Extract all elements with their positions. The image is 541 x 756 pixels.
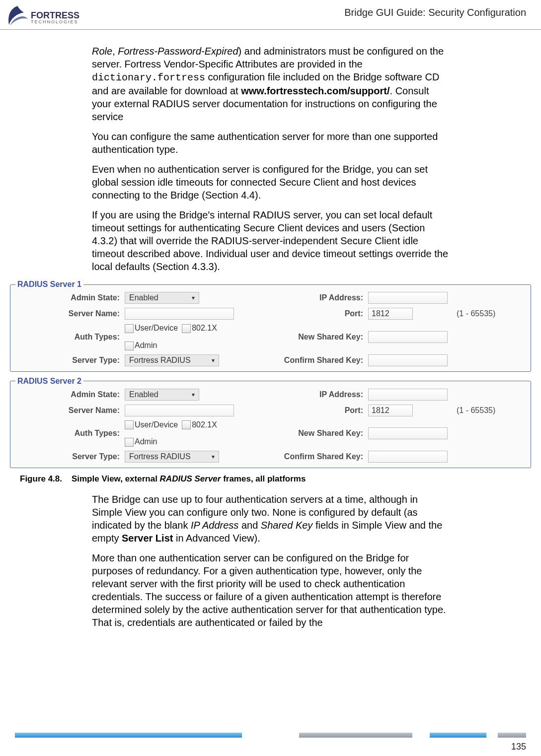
page-number: 135	[0, 742, 541, 752]
label-server-name: Server Name:	[15, 309, 125, 318]
server-type-select[interactable]: Fortress RADIUS ▾	[125, 451, 219, 463]
dropdown-arrow-icon: ▾	[212, 453, 215, 460]
figure-text: Simple View, external	[72, 474, 160, 483]
checkbox-8021x[interactable]	[182, 420, 191, 429]
label-port: Port:	[259, 406, 368, 415]
dropdown-arrow-icon: ▾	[212, 357, 215, 364]
cb-label: Admin	[135, 341, 157, 349]
figure-italic: RADIUS Server	[160, 474, 221, 483]
logo-main-text: FORTRESS	[31, 11, 79, 20]
label-admin-state: Admin State:	[15, 390, 125, 399]
checkbox-admin[interactable]	[125, 438, 134, 447]
label-ip-address: IP Address:	[259, 293, 368, 302]
checkbox-admin[interactable]	[125, 342, 134, 350]
label-confirm-shared-key: Confirm Shared Key:	[259, 452, 368, 461]
page-footer: 135	[0, 733, 541, 752]
port-hint: (1 - 65535)	[453, 406, 526, 415]
text: in Advanced View).	[173, 533, 260, 544]
footer-bar	[15, 733, 526, 738]
label-auth-types: Auth Types:	[15, 333, 125, 342]
server-type-value: Fortress RADIUS	[129, 356, 191, 365]
body-paragraph: You can configure the same authenticatio…	[92, 130, 449, 156]
label-server-name: Server Name:	[15, 406, 125, 415]
new-shared-key-input[interactable]	[368, 427, 448, 439]
cb-label: Admin	[135, 437, 157, 446]
body-paragraph: Role, Fortress-Password-Expired) and adm…	[92, 45, 449, 123]
radius-legend: RADIUS Server 1	[15, 280, 83, 289]
admin-state-select[interactable]: Enabled ▾	[125, 292, 199, 304]
figure-text: frames, all platforms	[221, 474, 306, 483]
logo: FORTRESS TECHNOLOGIES	[5, 5, 79, 30]
radius-server-1: RADIUS Server 1 Admin State: Enabled ▾ I…	[10, 280, 531, 372]
logo-sub-text: TECHNOLOGIES	[31, 20, 79, 24]
text-bold: Server List	[122, 533, 173, 544]
label-admin-state: Admin State:	[15, 293, 125, 302]
label-server-type: Server Type:	[15, 356, 125, 365]
server-type-select[interactable]: Fortress RADIUS ▾	[125, 354, 219, 366]
text: ,	[112, 46, 118, 57]
body-paragraph: The Bridge can use up to four authentica…	[92, 493, 449, 545]
label-confirm-shared-key: Confirm Shared Key:	[259, 356, 368, 365]
text-mono: dictionary.fortress	[92, 72, 205, 83]
checkbox-user-device[interactable]	[125, 324, 134, 333]
text-italic: IP Address	[191, 520, 238, 531]
admin-state-value: Enabled	[129, 390, 158, 399]
body-paragraph: More than one authentication server can …	[92, 551, 449, 629]
cb-label: 802.1X	[192, 324, 217, 332]
confirm-shared-key-input[interactable]	[368, 451, 448, 463]
label-port: Port:	[259, 309, 368, 318]
admin-state-select[interactable]: Enabled ▾	[125, 389, 199, 401]
label-new-shared-key: New Shared Key:	[259, 333, 368, 342]
label-auth-types: Auth Types:	[15, 429, 125, 438]
port-input[interactable]: 1812	[368, 308, 413, 320]
text-italic: Shared Key	[261, 520, 313, 531]
cb-label: User/Device	[135, 324, 178, 332]
label-server-type: Server Type:	[15, 452, 125, 461]
text-fpe: Fortress-Password-Expired	[118, 46, 238, 57]
text-url: www.fortresstech.com/support/	[241, 85, 389, 96]
figure-number: Figure 4.8.	[20, 474, 62, 483]
new-shared-key-input[interactable]	[368, 331, 448, 343]
server-type-value: Fortress RADIUS	[129, 452, 191, 461]
page-header: FORTRESS TECHNOLOGIES Bridge GUI Guide: …	[0, 0, 541, 30]
ip-address-input[interactable]	[368, 389, 448, 401]
body-paragraph: Even when no authentication server is co…	[92, 163, 449, 202]
label-new-shared-key: New Shared Key:	[259, 429, 368, 438]
body-paragraph: If you are using the Bridge's internal R…	[92, 208, 449, 273]
radius-server-2: RADIUS Server 2 Admin State: Enabled ▾ I…	[10, 377, 531, 469]
server-name-input[interactable]	[125, 308, 234, 320]
text: and	[238, 520, 260, 531]
label-ip-address: IP Address:	[259, 390, 368, 399]
figure-screenshot: RADIUS Server 1 Admin State: Enabled ▾ I…	[10, 280, 531, 468]
radius-legend: RADIUS Server 2	[15, 377, 83, 386]
figure-caption: Figure 4.8. Simple View, external RADIUS…	[20, 474, 531, 484]
checkbox-8021x[interactable]	[182, 324, 191, 333]
checkbox-user-device[interactable]	[125, 420, 134, 429]
text-role: Role	[92, 46, 112, 57]
admin-state-value: Enabled	[129, 293, 158, 302]
dropdown-arrow-icon: ▾	[192, 294, 195, 301]
port-hint: (1 - 65535)	[453, 309, 526, 318]
confirm-shared-key-input[interactable]	[368, 354, 448, 366]
server-name-input[interactable]	[125, 405, 234, 416]
dropdown-arrow-icon: ▾	[192, 391, 195, 398]
page-title: Bridge GUI Guide: Security Configuration	[344, 5, 526, 18]
port-input[interactable]: 1812	[368, 405, 413, 416]
ip-address-input[interactable]	[368, 292, 448, 304]
cb-label: 802.1X	[192, 420, 217, 429]
logo-icon	[5, 5, 30, 30]
cb-label: User/Device	[135, 420, 178, 429]
